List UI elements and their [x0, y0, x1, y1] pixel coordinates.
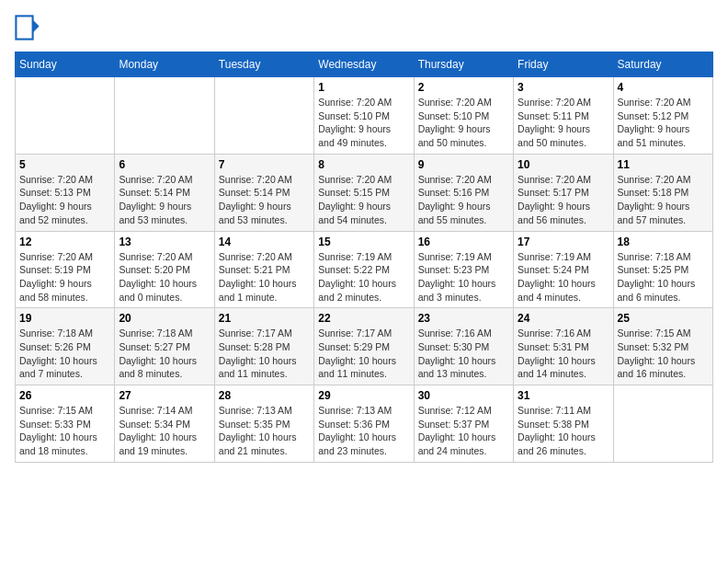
day-cell-24: 24Sunrise: 7:16 AM Sunset: 5:31 PM Dayli…: [514, 308, 613, 385]
day-cell-15: 15Sunrise: 7:19 AM Sunset: 5:22 PM Dayli…: [314, 231, 414, 308]
weekday-header-sunday: Sunday: [16, 52, 115, 77]
day-number: 18: [618, 236, 709, 248]
day-info: Sunrise: 7:20 AM Sunset: 5:10 PM Dayligh…: [418, 96, 509, 150]
day-info: Sunrise: 7:19 AM Sunset: 5:23 PM Dayligh…: [418, 250, 509, 304]
day-cell-3: 3Sunrise: 7:20 AM Sunset: 5:11 PM Daylig…: [514, 77, 613, 155]
weekday-header-row: SundayMondayTuesdayWednesdayThursdayFrid…: [16, 52, 713, 77]
day-number: 22: [318, 312, 409, 325]
day-cell-19: 19Sunrise: 7:18 AM Sunset: 5:26 PM Dayli…: [16, 308, 115, 385]
day-number: 6: [119, 158, 210, 171]
day-number: 2: [418, 81, 509, 94]
day-number: 30: [418, 389, 509, 402]
header: [15, 15, 713, 40]
day-number: 29: [318, 389, 409, 402]
day-info: Sunrise: 7:18 AM Sunset: 5:27 PM Dayligh…: [119, 327, 210, 381]
day-cell-18: 18Sunrise: 7:18 AM Sunset: 5:25 PM Dayli…: [613, 231, 712, 308]
day-number: 17: [518, 236, 609, 248]
day-info: Sunrise: 7:15 AM Sunset: 5:32 PM Dayligh…: [618, 327, 709, 381]
day-number: 31: [518, 389, 609, 402]
day-info: Sunrise: 7:20 AM Sunset: 5:21 PM Dayligh…: [219, 250, 310, 304]
day-cell-9: 9Sunrise: 7:20 AM Sunset: 5:16 PM Daylig…: [414, 154, 513, 231]
day-cell-8: 8Sunrise: 7:20 AM Sunset: 5:15 PM Daylig…: [314, 154, 414, 231]
day-cell-11: 11Sunrise: 7:20 AM Sunset: 5:18 PM Dayli…: [613, 154, 712, 231]
week-row-5: 26Sunrise: 7:15 AM Sunset: 5:33 PM Dayli…: [16, 385, 713, 463]
day-cell-20: 20Sunrise: 7:18 AM Sunset: 5:27 PM Dayli…: [115, 308, 214, 385]
weekday-header-friday: Friday: [514, 52, 613, 77]
day-info: Sunrise: 7:20 AM Sunset: 5:11 PM Dayligh…: [518, 96, 609, 150]
day-number: 26: [19, 389, 110, 402]
day-cell-27: 27Sunrise: 7:14 AM Sunset: 5:34 PM Dayli…: [115, 385, 214, 463]
day-info: Sunrise: 7:14 AM Sunset: 5:34 PM Dayligh…: [119, 404, 210, 458]
day-number: 11: [618, 158, 709, 171]
day-info: Sunrise: 7:20 AM Sunset: 5:14 PM Dayligh…: [119, 173, 210, 227]
day-cell-6: 6Sunrise: 7:20 AM Sunset: 5:14 PM Daylig…: [115, 154, 214, 231]
day-cell-1: 1Sunrise: 7:20 AM Sunset: 5:10 PM Daylig…: [314, 77, 414, 155]
day-number: 4: [618, 81, 709, 94]
day-number: 12: [19, 236, 110, 248]
day-info: Sunrise: 7:19 AM Sunset: 5:22 PM Dayligh…: [318, 250, 409, 304]
day-number: 20: [119, 312, 210, 325]
week-row-3: 12Sunrise: 7:20 AM Sunset: 5:19 PM Dayli…: [16, 231, 713, 308]
day-info: Sunrise: 7:13 AM Sunset: 5:36 PM Dayligh…: [318, 404, 409, 458]
day-info: Sunrise: 7:20 AM Sunset: 5:12 PM Dayligh…: [618, 96, 709, 150]
weekday-header-saturday: Saturday: [613, 52, 712, 77]
day-number: 21: [219, 312, 310, 325]
day-info: Sunrise: 7:20 AM Sunset: 5:14 PM Dayligh…: [219, 173, 310, 227]
day-cell-13: 13Sunrise: 7:20 AM Sunset: 5:20 PM Dayli…: [115, 231, 214, 308]
day-number: 13: [119, 236, 210, 248]
day-number: 10: [518, 158, 609, 171]
day-info: Sunrise: 7:19 AM Sunset: 5:24 PM Dayligh…: [518, 250, 609, 304]
day-info: Sunrise: 7:15 AM Sunset: 5:33 PM Dayligh…: [19, 404, 110, 458]
day-info: Sunrise: 7:13 AM Sunset: 5:35 PM Dayligh…: [219, 404, 310, 458]
day-cell-16: 16Sunrise: 7:19 AM Sunset: 5:23 PM Dayli…: [414, 231, 513, 308]
day-cell-12: 12Sunrise: 7:20 AM Sunset: 5:19 PM Dayli…: [16, 231, 115, 308]
day-info: Sunrise: 7:16 AM Sunset: 5:31 PM Dayligh…: [518, 327, 609, 381]
weekday-header-tuesday: Tuesday: [214, 52, 313, 77]
day-number: 15: [318, 236, 409, 248]
day-cell-25: 25Sunrise: 7:15 AM Sunset: 5:32 PM Dayli…: [613, 308, 712, 385]
day-cell-29: 29Sunrise: 7:13 AM Sunset: 5:36 PM Dayli…: [314, 385, 414, 463]
empty-cell: [16, 77, 115, 155]
day-number: 28: [219, 389, 310, 402]
week-row-1: 1Sunrise: 7:20 AM Sunset: 5:10 PM Daylig…: [16, 77, 713, 155]
empty-cell: [613, 385, 712, 463]
day-number: 24: [518, 312, 609, 325]
day-cell-31: 31Sunrise: 7:11 AM Sunset: 5:38 PM Dayli…: [514, 385, 613, 463]
day-info: Sunrise: 7:20 AM Sunset: 5:10 PM Dayligh…: [318, 96, 409, 150]
day-info: Sunrise: 7:12 AM Sunset: 5:37 PM Dayligh…: [418, 404, 509, 458]
day-info: Sunrise: 7:20 AM Sunset: 5:17 PM Dayligh…: [518, 173, 609, 227]
weekday-header-monday: Monday: [115, 52, 214, 77]
day-number: 3: [518, 81, 609, 94]
day-number: 1: [318, 81, 409, 94]
day-number: 19: [19, 312, 110, 325]
day-info: Sunrise: 7:20 AM Sunset: 5:13 PM Dayligh…: [19, 173, 110, 227]
empty-cell: [115, 77, 214, 155]
day-cell-21: 21Sunrise: 7:17 AM Sunset: 5:28 PM Dayli…: [214, 308, 313, 385]
week-row-4: 19Sunrise: 7:18 AM Sunset: 5:26 PM Dayli…: [16, 308, 713, 385]
day-cell-26: 26Sunrise: 7:15 AM Sunset: 5:33 PM Dayli…: [16, 385, 115, 463]
day-cell-5: 5Sunrise: 7:20 AM Sunset: 5:13 PM Daylig…: [16, 154, 115, 231]
day-number: 5: [19, 158, 110, 171]
day-info: Sunrise: 7:17 AM Sunset: 5:28 PM Dayligh…: [219, 327, 310, 381]
day-number: 9: [418, 158, 509, 171]
day-cell-4: 4Sunrise: 7:20 AM Sunset: 5:12 PM Daylig…: [613, 77, 712, 155]
week-row-2: 5Sunrise: 7:20 AM Sunset: 5:13 PM Daylig…: [16, 154, 713, 231]
day-number: 25: [618, 312, 709, 325]
day-info: Sunrise: 7:20 AM Sunset: 5:16 PM Dayligh…: [418, 173, 509, 227]
day-cell-22: 22Sunrise: 7:17 AM Sunset: 5:29 PM Dayli…: [314, 308, 414, 385]
day-info: Sunrise: 7:20 AM Sunset: 5:18 PM Dayligh…: [618, 173, 709, 227]
day-cell-10: 10Sunrise: 7:20 AM Sunset: 5:17 PM Dayli…: [514, 154, 613, 231]
day-number: 16: [418, 236, 509, 248]
logo-icon: [15, 15, 40, 40]
logo: [15, 15, 44, 40]
day-info: Sunrise: 7:18 AM Sunset: 5:25 PM Dayligh…: [618, 250, 709, 304]
day-cell-7: 7Sunrise: 7:20 AM Sunset: 5:14 PM Daylig…: [214, 154, 313, 231]
day-cell-17: 17Sunrise: 7:19 AM Sunset: 5:24 PM Dayli…: [514, 231, 613, 308]
day-cell-14: 14Sunrise: 7:20 AM Sunset: 5:21 PM Dayli…: [214, 231, 313, 308]
day-number: 8: [318, 158, 409, 171]
weekday-header-wednesday: Wednesday: [314, 52, 414, 77]
day-info: Sunrise: 7:11 AM Sunset: 5:38 PM Dayligh…: [518, 404, 609, 458]
day-number: 23: [418, 312, 509, 325]
day-info: Sunrise: 7:17 AM Sunset: 5:29 PM Dayligh…: [318, 327, 409, 381]
day-info: Sunrise: 7:18 AM Sunset: 5:26 PM Dayligh…: [19, 327, 110, 381]
